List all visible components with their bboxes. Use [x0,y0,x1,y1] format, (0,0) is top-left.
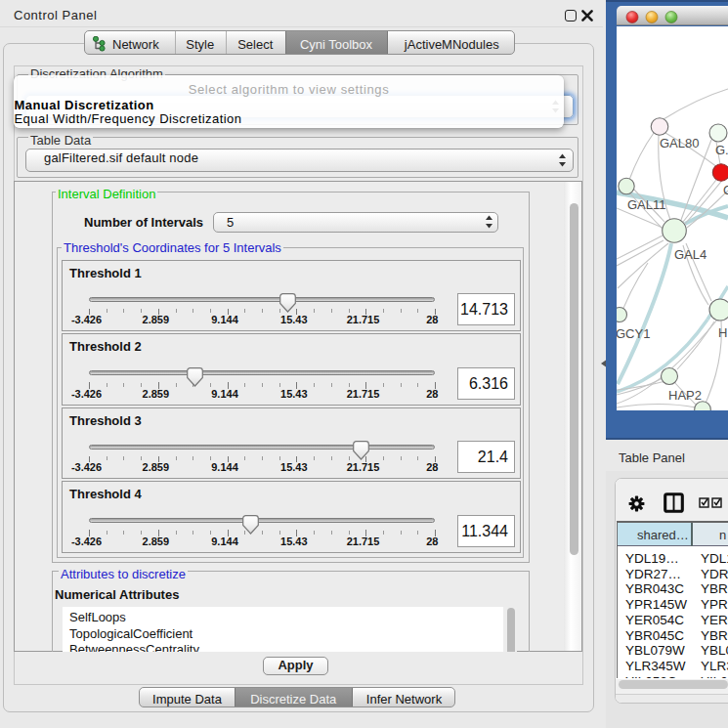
svg-text:GAL11: GAL11 [627,197,666,212]
svg-text:GAL80: GAL80 [660,136,699,150]
svg-text:G.: G. [715,143,728,157]
svg-text:GCY1: GCY1 [617,326,650,341]
svg-text:C: C [723,183,728,197]
svg-text:H: H [718,325,727,340]
svg-text:HAP2: HAP2 [668,388,702,403]
svg-text:GAL4: GAL4 [674,247,707,262]
